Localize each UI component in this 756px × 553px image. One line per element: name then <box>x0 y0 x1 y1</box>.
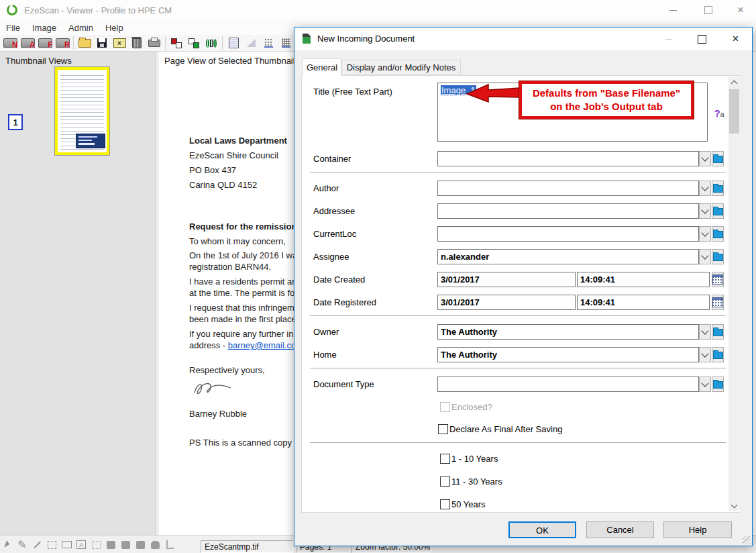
thumbnail-panel-label: Thumbnail Views <box>5 56 72 66</box>
dialog-tab-content: Title (Free Text Part) Image_1 ?a Defaul… <box>301 75 741 513</box>
dialog-resize-grip[interactable] <box>743 536 751 544</box>
owner-input[interactable] <box>437 324 699 340</box>
pen-tool-icon[interactable]: ✎ <box>15 539 30 551</box>
despeckle-icon[interactable] <box>260 36 277 50</box>
hand-pan-tool-icon[interactable] <box>148 539 162 551</box>
addressee-dropdown-button[interactable] <box>699 203 711 219</box>
scan-rescan-icon[interactable]: R <box>54 36 71 50</box>
author-browse-button[interactable] <box>712 181 724 196</box>
despeckle-all-icon[interactable] <box>277 36 294 50</box>
scan-insert-icon[interactable]: F <box>36 36 54 50</box>
assignee-browse-button[interactable] <box>712 249 724 264</box>
close-file-icon[interactable]: × <box>111 36 128 50</box>
window-titlebar: EzeScan - Viewer - Profile to HPE CM × <box>0 0 756 20</box>
rotate-page-icon[interactable] <box>203 36 220 50</box>
cancel-button[interactable]: Cancel <box>586 521 654 538</box>
window-minimize-button[interactable] <box>657 0 688 20</box>
declare-final-checkbox[interactable] <box>438 424 448 434</box>
print-icon[interactable] <box>146 36 163 50</box>
window-maximize-button[interactable] <box>693 0 724 20</box>
menu-image[interactable]: Image <box>26 21 62 34</box>
open-file-icon[interactable] <box>76 36 93 50</box>
menu-file[interactable]: File <box>0 21 26 34</box>
window-close-button[interactable]: × <box>725 0 756 20</box>
verify-text-icon[interactable]: ?a <box>714 108 724 119</box>
close-icon: × <box>737 4 743 16</box>
currentloc-input[interactable] <box>437 226 699 242</box>
separator <box>310 442 726 443</box>
scrollbar-down-button[interactable] <box>728 500 740 511</box>
redaction-tool-icon[interactable] <box>89 539 103 551</box>
scan-new-icon[interactable]: N <box>1 36 19 50</box>
move-page-after-icon[interactable] <box>185 36 203 50</box>
owner-browse-button[interactable] <box>712 324 724 340</box>
scrollbar-thumb[interactable] <box>729 89 739 134</box>
dialog-scrollbar[interactable] <box>728 77 740 511</box>
letter-department: Local Laws Department <box>189 135 287 146</box>
menu-admin[interactable]: Admin <box>62 21 99 34</box>
dialog-close-button[interactable]: × <box>720 29 751 49</box>
date-registered-time-input[interactable] <box>577 295 710 310</box>
letter-po-box: PO Box 437 <box>189 164 236 176</box>
tab-general[interactable]: General <box>303 58 341 76</box>
stamp-3-tool-icon[interactable] <box>133 539 148 551</box>
date-registered-calendar-button[interactable] <box>712 295 724 310</box>
ruler-tool-icon[interactable] <box>162 539 177 551</box>
document-type-dropdown-button[interactable] <box>699 376 711 392</box>
document-type-field-label: Document Type <box>313 379 374 389</box>
date-registered-date-input[interactable] <box>437 295 576 310</box>
home-input[interactable] <box>437 347 699 362</box>
thumbnail-view-icon[interactable] <box>225 36 242 50</box>
folder-icon <box>713 208 723 215</box>
help-button[interactable]: Help <box>663 521 732 538</box>
pointer-tool-icon[interactable] <box>0 539 15 551</box>
currentloc-dropdown-button[interactable] <box>699 226 711 242</box>
deskew-icon[interactable] <box>242 36 260 50</box>
stamp-2-tool-icon[interactable] <box>118 539 133 551</box>
stamp-1-tool-icon[interactable] <box>103 539 118 551</box>
date-created-time-input[interactable] <box>577 272 710 287</box>
date-created-date-input[interactable] <box>437 272 576 287</box>
save-file-icon[interactable] <box>93 36 111 50</box>
retention-50-years-checkbox[interactable] <box>440 499 450 509</box>
folder-icon <box>713 231 723 238</box>
date-created-calendar-button[interactable] <box>712 272 724 287</box>
menu-help[interactable]: Help <box>99 21 129 34</box>
home-browse-button[interactable] <box>712 347 724 362</box>
dialog-minimize-button[interactable] <box>653 29 684 49</box>
retention-11-30-years-checkbox[interactable] <box>440 476 450 487</box>
dialog-maximize-button[interactable] <box>687 29 717 49</box>
currentloc-browse-button[interactable] <box>712 226 724 242</box>
callout-line-2: on the Job's Output tab <box>550 100 663 113</box>
text-annotation-tool-icon[interactable]: A <box>74 539 89 551</box>
assignee-dropdown-button[interactable] <box>699 249 711 264</box>
document-type-browse-button[interactable] <box>712 376 724 392</box>
home-dropdown-button[interactable] <box>699 347 711 362</box>
tab-display-modify-notes[interactable]: Display and/or Modify Notes <box>341 60 461 75</box>
container-input[interactable] <box>437 151 699 166</box>
line-tool-icon[interactable] <box>30 539 44 551</box>
chevron-down-icon <box>701 206 708 213</box>
move-page-before-icon[interactable] <box>168 36 185 50</box>
author-dropdown-button[interactable] <box>699 181 711 196</box>
document-type-input[interactable] <box>437 376 699 392</box>
rectangle-tool-icon[interactable] <box>59 539 74 551</box>
freehand-select-tool-icon[interactable] <box>44 539 59 551</box>
delete-page-icon[interactable] <box>128 36 146 50</box>
container-dropdown-button[interactable] <box>699 151 711 166</box>
ok-button[interactable]: OK <box>508 521 576 538</box>
addressee-input[interactable] <box>437 203 699 219</box>
chevron-down-icon <box>701 327 708 334</box>
owner-dropdown-button[interactable] <box>699 324 711 340</box>
dialog-titlebar: New Incoming Document × <box>294 28 752 50</box>
page-thumbnail[interactable] <box>55 67 109 155</box>
container-browse-button[interactable] <box>712 151 724 166</box>
addressee-browse-button[interactable] <box>712 203 724 219</box>
author-input[interactable] <box>437 181 699 196</box>
separator <box>310 172 726 172</box>
scrollbar-up-button[interactable] <box>728 77 740 88</box>
scan-append-icon[interactable]: A <box>19 36 36 50</box>
retention-1-10-years-checkbox[interactable] <box>440 454 450 464</box>
assignee-input[interactable] <box>437 249 699 264</box>
folder-icon <box>713 352 723 359</box>
